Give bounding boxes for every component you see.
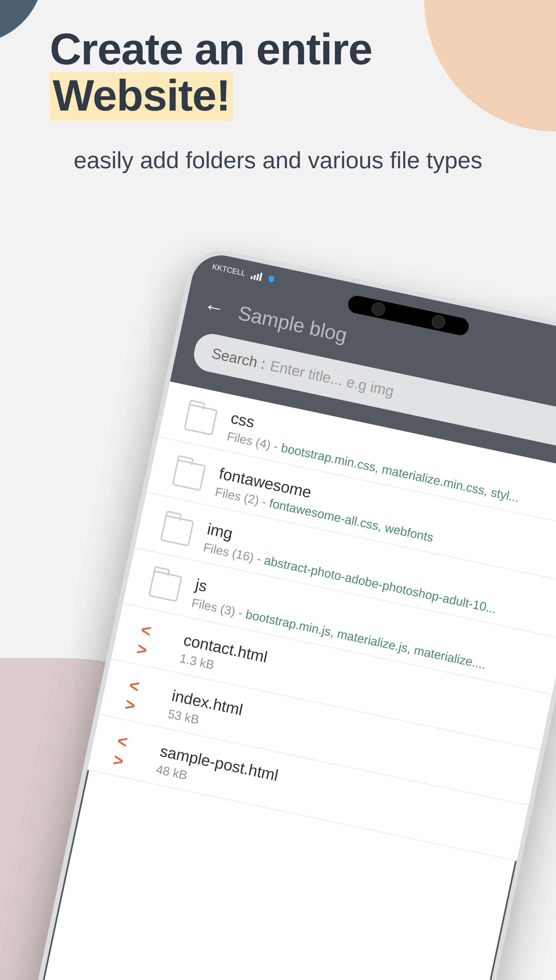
shield-icon [266,274,276,284]
folder-icon [160,515,194,547]
search-label: Search : [210,345,267,372]
folder-icon [184,404,218,435]
back-button[interactable]: ← [202,293,226,321]
subhead: easily add folders and various file type… [38,146,518,174]
code-icon: < > [112,730,149,775]
folder-icon [172,459,206,491]
phone-mock: KKTCELL ← Sample blog Search : Enter tit… [4,244,556,980]
headline-line1: Create an entire [50,24,372,74]
headline: Create an entire Website! [50,26,527,121]
signal-icon [250,271,262,281]
folder-icon [149,570,183,602]
decor-blob-topleft [0,0,44,44]
headline-line2: Website! [50,73,233,121]
code-icon: < > [123,675,160,719]
file-list: cssFiles (4) - bootstrap.min.css, materi… [87,382,556,861]
status-carrier: KKTCELL [212,262,247,278]
code-icon: < > [135,620,172,664]
search-placeholder: Enter title... e.g img [268,357,395,400]
statusbar: KKTCELL [212,262,276,284]
app-title: Sample blog [236,301,349,347]
